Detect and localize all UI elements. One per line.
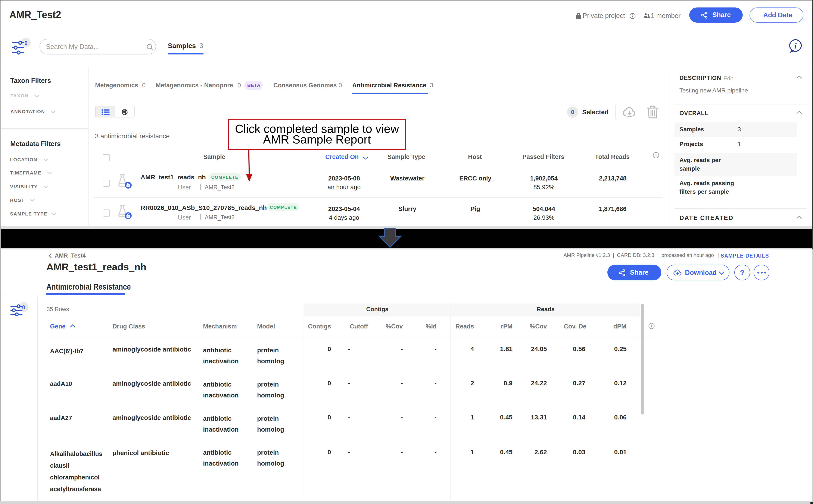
svg-text:i: i [794,41,797,50]
